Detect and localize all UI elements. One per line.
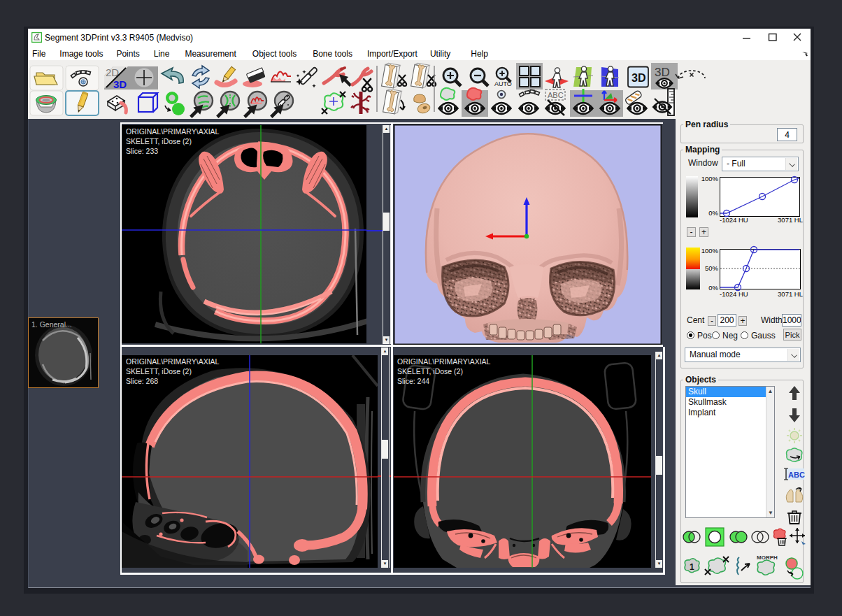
svg-text:3D: 3D bbox=[632, 72, 645, 84]
svg-text:AUTO: AUTO bbox=[494, 80, 512, 87]
svg-text:3071 HL: 3071 HL bbox=[778, 216, 803, 223]
svg-text:0%: 0% bbox=[708, 284, 718, 292]
svg-text:-1024 HU: -1024 HU bbox=[720, 290, 748, 297]
svg-text:Slice: 268: Slice: 268 bbox=[126, 377, 158, 385]
svg-text:3071 HL: 3071 HL bbox=[778, 290, 803, 297]
svg-text:Slice: 233: Slice: 233 bbox=[126, 147, 158, 155]
svg-text:ORIGINAL\PRIMARY\AXIAL: ORIGINAL\PRIMARY\AXIAL bbox=[397, 357, 491, 366]
svg-text:1: 1 bbox=[690, 562, 694, 572]
svg-text:SKELETT, iDose (2): SKELETT, iDose (2) bbox=[397, 367, 463, 375]
svg-text:Slice: 244: Slice: 244 bbox=[397, 377, 429, 385]
svg-text:0%: 0% bbox=[708, 209, 718, 217]
svg-text:SKELETT, iDose (2): SKELETT, iDose (2) bbox=[126, 367, 192, 375]
svg-text:ABC: ABC bbox=[548, 91, 564, 99]
svg-text:ORIGINAL\PRIMARY\AXIAL: ORIGINAL\PRIMARY\AXIAL bbox=[126, 127, 220, 136]
svg-text:100%: 100% bbox=[701, 175, 719, 182]
svg-text:3D: 3D bbox=[113, 78, 127, 90]
svg-text:-1024 HU: -1024 HU bbox=[720, 216, 748, 223]
svg-text:50%: 50% bbox=[705, 264, 719, 272]
svg-text:100%: 100% bbox=[701, 247, 719, 255]
svg-text:ABC: ABC bbox=[788, 471, 805, 479]
svg-text:1. General...: 1. General... bbox=[31, 320, 72, 329]
svg-text:ORIGINAL\PRIMARY\AXIAL: ORIGINAL\PRIMARY\AXIAL bbox=[126, 357, 220, 366]
svg-text:3D: 3D bbox=[655, 66, 670, 79]
svg-text:SKELETT, iDose (2): SKELETT, iDose (2) bbox=[126, 137, 192, 145]
